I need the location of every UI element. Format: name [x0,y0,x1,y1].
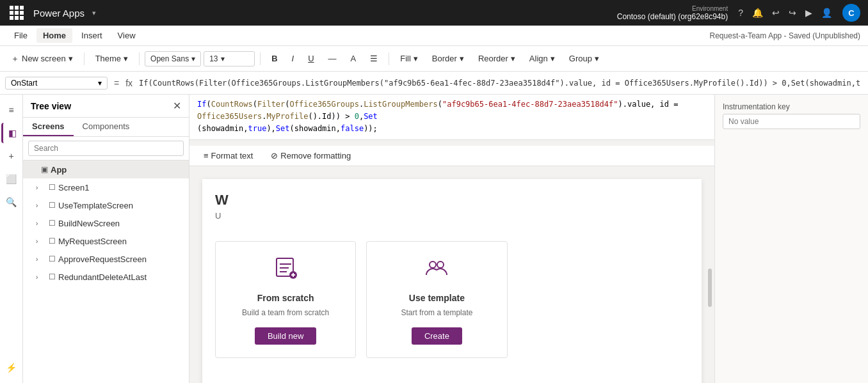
align-items-button[interactable]: Align ▾ [524,51,561,66]
tree-item-approverequest[interactable]: › ☐ ApproveRequestScreen [23,250,189,268]
tree-title: Tree view [31,101,173,111]
new-screen-button[interactable]: ＋ New screen ▾ [5,50,79,68]
scratch-icon [273,254,298,285]
tree-header: Tree view ✕ [23,95,189,118]
tree-tabs: Screens Components [23,118,189,137]
app-name: Power Apps [33,8,84,19]
main-layout: ≡ ◧ + ⬜ 🔍 ⚡ Tree view ✕ Screens Componen… [0,95,868,383]
title-bar-actions: ? 🔔 ↩ ↪ ▶ 👤 [738,8,832,18]
template-desc: Start from a template [401,308,472,317]
equals-sign: = [111,78,122,88]
group-button[interactable]: Group ▾ [563,51,605,66]
tree-close-button[interactable]: ✕ [173,100,181,112]
fill-button[interactable]: Fill ▾ [394,51,424,66]
reorder-button[interactable]: Reorder ▾ [472,51,521,66]
env-value: Contoso (default) (org62e8c94b) [617,12,728,21]
tree-items: ▣ App ••• › ☐ Screen1 › ☐ UseTemplateScr… [23,160,189,383]
right-panel: Instrumentation key [714,95,868,383]
app-saved-status: Request-a-Team App - Saved (Unpublished) [710,31,860,40]
tab-components[interactable]: Components [74,118,139,136]
size-chevron: ▾ [221,54,225,63]
user-icon[interactable]: 👤 [821,8,832,18]
help-icon[interactable]: ? [738,8,743,18]
format-text-button[interactable]: ≡ Format text [197,148,259,163]
menu-home[interactable]: Home [36,28,72,43]
undo-icon[interactable]: ↩ [772,8,780,18]
scratch-title: From scratch [257,293,314,303]
canvas-empty-area [518,241,689,358]
tree-view-icon-btn[interactable]: ≡ [1,100,22,120]
toolbar-sep-2 [139,52,140,65]
formula-input[interactable] [136,77,863,89]
font-color-button[interactable]: A [345,51,362,66]
build-new-button[interactable]: Build new [255,327,316,345]
buildnew-label: BuildNewScreen [58,219,184,228]
underline-button[interactable]: U [302,51,319,66]
add-icon-btn[interactable]: + [1,146,22,166]
play-icon[interactable]: ▶ [805,8,812,18]
bold-button[interactable]: B [266,51,283,66]
tree-item-redundant[interactable]: › ☐ RedundantDeleteAtLast [23,268,189,286]
avatar[interactable]: C [842,4,860,22]
canvas-area: If(CountRows(Filter(Office365Groups.List… [189,95,714,383]
title-bar: Power Apps ▾ Environment Contoso (defaul… [0,0,868,26]
tree-item-myrequest[interactable]: › ☐ MyRequestScreen [23,232,189,250]
theme-button[interactable]: Theme ▾ [90,51,134,66]
card-use-template[interactable]: Use template Start from a template Creat… [366,241,507,358]
menu-file[interactable]: File [8,28,34,43]
approve-icon: ☐ [49,254,56,263]
toolbar: ＋ New screen ▾ Theme ▾ Open Sans ▾ 13 ▾ … [0,46,868,72]
border-button[interactable]: Border ▾ [426,51,470,66]
usetemplate-chevron-icon: › [36,202,46,209]
instrumentation-input[interactable] [723,114,860,129]
create-button[interactable]: Create [412,327,462,345]
card-from-scratch[interactable]: From scratch Build a team from scratch B… [215,241,356,358]
fx-label: fx [125,78,133,88]
tree-item-app[interactable]: ▣ App ••• [23,160,189,178]
italic-button[interactable]: I [286,51,300,66]
menu-bar: File Home Insert View Request-a-Team App… [0,26,868,46]
environment-info: Environment Contoso (default) (org62e8c9… [617,5,728,21]
remove-formatting-button[interactable]: ⊘ Remove formatting [264,148,357,163]
tree-item-usetemplate[interactable]: › ☐ UseTemplateScreen [23,196,189,214]
font-chevron: ▾ [191,54,195,63]
toolbar-sep-1 [84,52,84,65]
toolbar-sep-4 [389,52,389,65]
search-icon-btn[interactable]: 🔍 [1,192,22,212]
tree-item-buildnew[interactable]: › ☐ BuildNewScreen [23,214,189,232]
property-selector[interactable]: OnStart ▾ [5,77,108,90]
notifications-icon[interactable]: 🔔 [752,8,763,18]
approve-label: ApproveRequestScreen [58,254,184,264]
font-size-dropdown[interactable]: 13 ▾ [204,51,255,66]
sidebar-icons: ≡ ◧ + ⬜ 🔍 ⚡ [0,95,23,383]
menu-view[interactable]: View [111,28,142,43]
app-chevron[interactable]: ▾ [92,9,96,17]
menu-insert[interactable]: Insert [75,28,109,43]
formula-display: If(CountRows(Filter(Office365Groups.List… [189,95,714,140]
template-title: Use template [409,293,465,303]
strikethrough-button[interactable]: — [323,51,342,66]
waffle-menu[interactable] [8,4,26,22]
redundant-chevron-icon: › [36,274,46,281]
env-label: Environment [692,5,728,12]
tree-search-input[interactable] [28,141,184,156]
redo-icon[interactable]: ↪ [789,8,796,18]
canvas-content: ≡ Format text ⊘ Remove formatting W U [189,146,714,383]
group-chevron: ▾ [595,54,599,63]
approve-chevron-icon: › [36,256,46,263]
font-family-dropdown[interactable]: Open Sans ▾ [145,51,201,66]
scrollbar[interactable] [708,269,712,307]
tab-screens[interactable]: Screens [23,118,74,136]
app-label: App [51,165,172,175]
tree-panel: Tree view ✕ Screens Components ▣ App •••… [23,95,189,383]
tree-item-screen1[interactable]: › ☐ Screen1 [23,178,189,196]
myrequest-label: MyRequestScreen [58,237,184,246]
media-icon-btn[interactable]: ⬜ [1,169,22,189]
cards-row: From scratch Build a team from scratch B… [202,231,702,368]
power-icon-btn[interactable]: ⚡ [1,357,22,378]
new-screen-icon: ＋ [11,53,19,65]
data-icon-btn[interactable]: ◧ [1,123,22,143]
myrequest-chevron-icon: › [36,238,46,245]
screen1-icon: ☐ [49,183,56,192]
align-button[interactable]: ☰ [364,51,383,66]
